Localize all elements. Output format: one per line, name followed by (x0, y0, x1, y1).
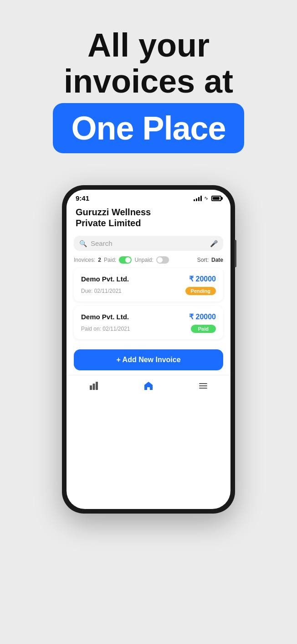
svg-rect-4 (199, 385, 207, 386)
phone-side-button (235, 240, 236, 267)
status-badge: Paid (191, 325, 216, 333)
phone-inner: 9:41 ∿ Guruzzi Wellness Private Limited (67, 190, 230, 509)
status-bar: 9:41 ∿ (67, 190, 230, 204)
invoice-client-1: Demo Pvt. Ltd. (81, 275, 129, 283)
nav-chart-icon[interactable] (80, 379, 108, 393)
hero-section: All your invoices at One Place (0, 0, 297, 167)
hero-badge: One Place (53, 103, 244, 153)
unpaid-filter-label: Unpaid: (134, 257, 153, 263)
search-bar[interactable]: 🔍 Search 🎤 (74, 236, 223, 251)
invoice-list: Demo Pvt. Ltd. ₹ 20000 Due: 02/11/2021 P… (67, 266, 230, 346)
phone-mockup: 9:41 ∿ Guruzzi Wellness Private Limited (0, 185, 297, 514)
signal-icon (194, 196, 202, 201)
invoice-card-bottom: Paid on: 02/11/2021 Paid (81, 325, 216, 333)
mic-icon: 🎤 (210, 240, 218, 247)
status-time: 9:41 (76, 194, 89, 202)
battery-icon (211, 196, 221, 201)
svg-rect-3 (199, 383, 207, 384)
phone-outer: 9:41 ∿ Guruzzi Wellness Private Limited (62, 185, 235, 514)
add-new-invoice-button[interactable]: + Add New Invoice (74, 349, 223, 370)
invoice-amount-2: ₹ 20000 (189, 312, 216, 321)
filter-bar: Inovices: 2 Paid: Unpaid: Sort: Date (67, 254, 230, 266)
search-input[interactable]: Search (91, 239, 206, 247)
sort-value: Date (211, 257, 223, 263)
app-header: Guruzzi Wellness Private Limited (67, 204, 230, 233)
company-name: Guruzzi Wellness Private Limited (76, 207, 221, 229)
status-badge: Pending (185, 287, 216, 295)
invoice-paid-date-2: Paid on: 02/11/2021 (81, 326, 130, 332)
invoice-amount-1: ₹ 20000 (189, 275, 216, 283)
status-icons: ∿ (194, 195, 221, 201)
bottom-nav (67, 375, 230, 395)
unpaid-toggle[interactable] (156, 256, 169, 264)
hero-line1: All your (0, 27, 297, 63)
table-row[interactable]: Demo Pvt. Ltd. ₹ 20000 Due: 02/11/2021 P… (74, 268, 223, 301)
sort-label: Sort: (197, 257, 209, 263)
wifi-icon: ∿ (204, 195, 208, 201)
svg-rect-5 (199, 388, 207, 389)
invoice-card-top: Demo Pvt. Ltd. ₹ 20000 (81, 275, 216, 283)
invoice-client-2: Demo Pvt. Ltd. (81, 313, 129, 321)
invoices-count: 2 (98, 257, 101, 263)
svg-rect-1 (93, 384, 95, 390)
paid-toggle[interactable] (119, 256, 132, 264)
svg-rect-2 (96, 382, 98, 390)
hero-badge-text: One Place (71, 110, 225, 146)
svg-rect-0 (90, 385, 92, 390)
invoice-card-bottom: Due: 02/11/2021 Pending (81, 287, 216, 295)
nav-home-icon[interactable] (134, 379, 163, 393)
paid-filter-label: Paid: (104, 257, 116, 263)
invoices-label: Inovices: (74, 257, 95, 263)
table-row[interactable]: Demo Pvt. Ltd. ₹ 20000 Paid on: 02/11/20… (74, 306, 223, 339)
nav-menu-icon[interactable] (189, 379, 217, 393)
invoice-card-top: Demo Pvt. Ltd. ₹ 20000 (81, 312, 216, 321)
search-icon: 🔍 (79, 240, 87, 247)
invoice-due-date-1: Due: 02/11/2021 (81, 288, 122, 294)
hero-line2: invoices at (0, 63, 297, 99)
